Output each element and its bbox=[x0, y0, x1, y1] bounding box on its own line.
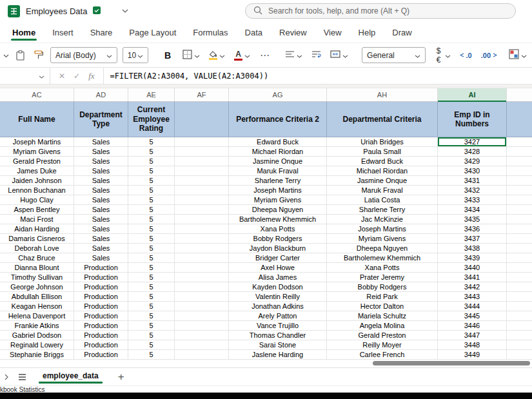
grid-cell[interactable] bbox=[507, 340, 532, 350]
grid-cell[interactable]: 3429 bbox=[438, 157, 507, 166]
grid-cell[interactable]: Production bbox=[74, 263, 128, 273]
grid-cell[interactable]: Paula Small bbox=[327, 147, 438, 157]
grid-cell[interactable]: Stephanie Briggs bbox=[0, 350, 74, 360]
grid-cell[interactable]: 3442 bbox=[438, 282, 507, 292]
toolbar-overflow-chevron-icon[interactable] bbox=[3, 51, 9, 60]
tab-formulas[interactable]: Formulas bbox=[184, 23, 236, 42]
grid-cell[interactable] bbox=[175, 234, 229, 244]
grid-cell[interactable] bbox=[175, 215, 229, 224]
header-performance-criteria-2[interactable]: Performance Criteria 2 bbox=[229, 102, 327, 137]
grid-cell[interactable]: Timothy Sullivan bbox=[0, 273, 74, 282]
borders-button[interactable] bbox=[181, 48, 202, 63]
grid-cell[interactable]: 5 bbox=[128, 166, 175, 176]
grid-cell[interactable]: Joseph Martins bbox=[229, 186, 327, 195]
grid-cell[interactable] bbox=[175, 321, 229, 331]
grid-cell[interactable]: Bobby Rodgers bbox=[229, 234, 327, 244]
font-name-select[interactable]: Arial (Body) bbox=[50, 47, 117, 63]
grid-cell[interactable]: Hugo Clay bbox=[0, 195, 74, 205]
grid-cell[interactable]: Jaslene Harding bbox=[229, 350, 327, 360]
insert-function-button[interactable]: fx bbox=[88, 71, 94, 81]
column-header-ah[interactable]: AH bbox=[327, 88, 438, 101]
grid-cell[interactable]: Reginald Lowery bbox=[0, 340, 74, 350]
grid-cell[interactable]: Xana Potts bbox=[229, 224, 327, 234]
column-header-ae[interactable]: AE bbox=[128, 88, 175, 101]
grid-cell[interactable]: 3437 bbox=[438, 234, 507, 244]
grid-cell[interactable]: Dheepa Nguyen bbox=[327, 244, 438, 253]
grid-cell[interactable]: Sales bbox=[74, 195, 128, 205]
grid-cell[interactable]: Carlee French bbox=[327, 350, 438, 360]
format-painter-button[interactable] bbox=[32, 49, 45, 61]
grid-cell[interactable]: Sales bbox=[74, 234, 128, 244]
grid-cell[interactable] bbox=[507, 186, 532, 195]
grid-cell[interactable]: Production bbox=[74, 350, 128, 360]
grid-cell[interactable]: Aidan Harding bbox=[0, 224, 74, 234]
grid-cell[interactable]: 5 bbox=[128, 215, 175, 224]
grid-cell[interactable]: 3436 bbox=[438, 224, 507, 234]
grid-cell[interactable]: Chaz Bruce bbox=[0, 253, 74, 263]
grid-cell[interactable] bbox=[175, 311, 229, 321]
grid-cell[interactable]: 3434 bbox=[438, 205, 507, 215]
grid-cell[interactable] bbox=[175, 292, 229, 302]
grid-cell[interactable]: 3445 bbox=[438, 311, 507, 321]
grid-cell[interactable]: 3447 bbox=[438, 331, 507, 340]
tab-share[interactable]: Share bbox=[82, 23, 121, 42]
grid-cell[interactable]: Reilly Moyer bbox=[327, 340, 438, 350]
grid-cell[interactable]: Damaris Cisneros bbox=[0, 234, 74, 244]
grid-cell[interactable]: Mariela Schultz bbox=[327, 311, 438, 321]
sheet-nav-chevron-icon[interactable] bbox=[3, 373, 10, 382]
fill-color-button[interactable] bbox=[207, 50, 227, 61]
grid-cell[interactable]: 5 bbox=[128, 253, 175, 263]
font-color-button[interactable]: A bbox=[232, 49, 252, 62]
grid-cell[interactable]: Edward Buck bbox=[327, 157, 438, 166]
grid-cell[interactable]: 3440 bbox=[438, 263, 507, 273]
grid-cell[interactable]: 5 bbox=[128, 331, 175, 340]
grid-cell[interactable] bbox=[507, 302, 532, 311]
grid-cell[interactable]: Kayden Dodson bbox=[229, 282, 327, 292]
grid-cell[interactable]: Lennon Buchanan bbox=[0, 186, 74, 195]
grid-cell[interactable] bbox=[175, 195, 229, 205]
grid-cell[interactable]: Arely Patton bbox=[229, 311, 327, 321]
grid-cell[interactable]: Dianna Blount bbox=[0, 263, 74, 273]
enter-button[interactable]: ✓ bbox=[74, 72, 80, 81]
bold-button[interactable]: B bbox=[160, 49, 175, 62]
grid-cell[interactable] bbox=[507, 350, 532, 360]
grid-cell[interactable]: Sales bbox=[74, 166, 128, 176]
grid-cell[interactable] bbox=[175, 205, 229, 215]
sensitivity-label-icon[interactable] bbox=[93, 6, 101, 16]
grid-cell[interactable]: Angela Molina bbox=[327, 321, 438, 331]
grid-cell[interactable]: Production bbox=[74, 311, 128, 321]
conditional-formatting-button[interactable] bbox=[507, 48, 529, 63]
grid-cell[interactable]: Maci Frost bbox=[0, 215, 74, 224]
grid-cell[interactable]: Myriam Givens bbox=[229, 195, 327, 205]
grid-cell[interactable]: Vance Trujillo bbox=[229, 321, 327, 331]
merge-cells-button[interactable] bbox=[328, 49, 350, 61]
grid-cell[interactable]: Deborah Love bbox=[0, 244, 74, 253]
grid-cell[interactable]: 5 bbox=[128, 186, 175, 195]
grid-cell[interactable]: 3448 bbox=[438, 340, 507, 350]
grid-cell[interactable]: Production bbox=[74, 321, 128, 331]
grid-cell[interactable]: 3435 bbox=[438, 215, 507, 224]
grid-cell[interactable]: Jaiden Johnson bbox=[0, 176, 74, 186]
header-emp-id-in-numbers[interactable]: Emp ID in Numbers bbox=[438, 102, 507, 137]
grid-cell[interactable]: 5 bbox=[128, 292, 175, 302]
grid-cell[interactable]: Gerald Preston bbox=[0, 157, 74, 166]
grid-cell[interactable]: 3431 bbox=[438, 176, 507, 186]
grid-cell[interactable]: 5 bbox=[128, 244, 175, 253]
document-title[interactable]: Employees Data bbox=[26, 6, 87, 16]
grid-cell[interactable]: Bobby Rodgers bbox=[327, 282, 438, 292]
grid-cell[interactable] bbox=[175, 166, 229, 176]
grid-cell[interactable]: Valentin Reilly bbox=[229, 292, 327, 302]
grid-cell[interactable] bbox=[507, 282, 532, 292]
grid-cell[interactable] bbox=[175, 176, 229, 186]
column-header-ag[interactable]: AG bbox=[229, 88, 327, 101]
title-menu-chevron-icon[interactable] bbox=[122, 9, 128, 13]
workbook-statistics-button[interactable]: kbook Statistics bbox=[0, 386, 44, 393]
grid-cell[interactable] bbox=[175, 302, 229, 311]
column-header-aj[interactable]: AJ bbox=[507, 88, 532, 101]
grid-cell[interactable] bbox=[507, 244, 532, 253]
currency-format-button[interactable]: $€ bbox=[435, 45, 453, 66]
grid-cell[interactable]: Jasmine Onque bbox=[229, 157, 327, 166]
grid-cell[interactable]: Sarai Stone bbox=[229, 340, 327, 350]
name-box[interactable] bbox=[0, 68, 50, 84]
grid-cell[interactable]: Maruk Fraval bbox=[229, 166, 327, 176]
